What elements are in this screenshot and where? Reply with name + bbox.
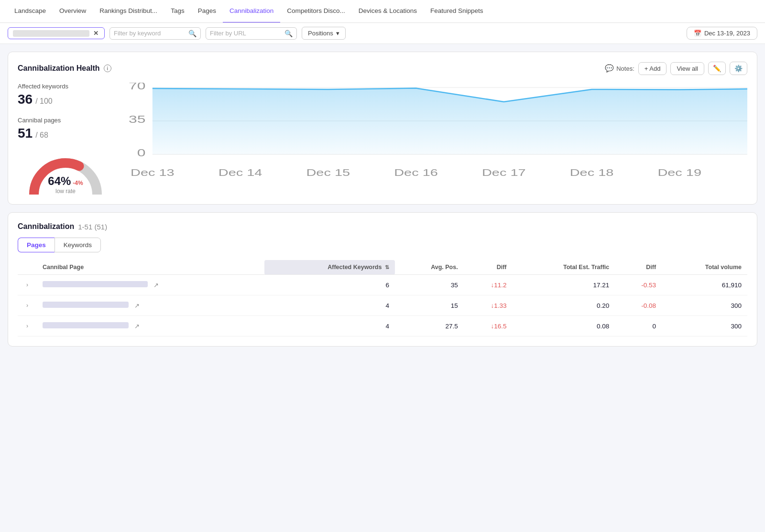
positions-label: Positions bbox=[308, 30, 333, 37]
col-cannibal-page: Cannibal Page bbox=[37, 260, 264, 275]
nav-item-rankings-distribut-[interactable]: Rankings Distribut... bbox=[93, 0, 164, 23]
url-filter-input[interactable] bbox=[210, 30, 282, 37]
external-link-icon[interactable]: ↗ bbox=[134, 302, 140, 309]
nav-item-featured-snippets[interactable]: Featured Snippets bbox=[424, 0, 490, 23]
calendar-icon: 📅 bbox=[694, 30, 701, 37]
gauge: 64% -4% low rate bbox=[27, 152, 104, 195]
top-nav: LandscapeOverviewRankings Distribut...Ta… bbox=[0, 0, 765, 23]
total-volume-cell: 300 bbox=[662, 295, 747, 316]
chart-wrap: 70 35 0 Dec 13 D bbox=[125, 83, 747, 195]
filter-tag-close-button[interactable]: ✕ bbox=[92, 30, 99, 37]
nav-item-competitors-disco-[interactable]: Competitors Disco... bbox=[280, 0, 352, 23]
expand-button[interactable]: › bbox=[23, 301, 31, 310]
health-card-title: Cannibalization Health i bbox=[18, 64, 111, 73]
health-card-header: Cannibalization Health i 💬 Notes: + Add … bbox=[18, 62, 747, 75]
total-volume-cell: 61,910 bbox=[662, 275, 747, 295]
area-chart: 70 35 0 Dec 13 D bbox=[125, 83, 747, 188]
keyword-filter-wrap: 🔍 bbox=[109, 27, 201, 40]
gauge-text: 64% -4% low rate bbox=[48, 174, 83, 195]
gauge-percentage: 64% -4% bbox=[48, 174, 83, 188]
page-url-blurred bbox=[43, 302, 129, 308]
date-label: Dec 13-19, 2023 bbox=[704, 30, 750, 37]
main-content: Cannibalization Health i 💬 Notes: + Add … bbox=[0, 44, 765, 354]
page-url-blurred bbox=[43, 281, 148, 287]
page-url-blurred bbox=[43, 322, 129, 328]
total-traffic-cell: 0.08 bbox=[512, 316, 615, 337]
col-total-traffic: Total Est. Traffic bbox=[512, 260, 615, 275]
diff1-cell: ↓1.33 bbox=[464, 295, 513, 316]
nav-item-landscape[interactable]: Landscape bbox=[8, 0, 53, 23]
active-filter-tag[interactable]: ✕ bbox=[8, 27, 105, 39]
chevron-down-icon: ▾ bbox=[336, 30, 339, 37]
cannibal-pages-label: Cannibal pages bbox=[18, 117, 113, 124]
date-picker[interactable]: 📅 Dec 13-19, 2023 bbox=[687, 27, 757, 40]
url-search-icon[interactable]: 🔍 bbox=[284, 30, 293, 37]
cannibalization-table: Cannibal Page Affected Keywords ⇅ Avg. P… bbox=[18, 260, 747, 337]
keyword-search-icon[interactable]: 🔍 bbox=[188, 30, 197, 37]
svg-marker-6 bbox=[153, 88, 747, 155]
tab-keywords[interactable]: Keywords bbox=[55, 238, 101, 252]
filter-tag-text bbox=[13, 30, 89, 37]
sort-icon: ⇅ bbox=[385, 264, 389, 270]
nav-item-pages[interactable]: Pages bbox=[191, 0, 223, 23]
expand-cell: › bbox=[18, 275, 37, 295]
avg-pos-cell: 15 bbox=[395, 295, 464, 316]
avg-pos-cell: 27.5 bbox=[395, 316, 464, 337]
section-title: Cannibalization bbox=[18, 222, 74, 231]
nav-item-overview[interactable]: Overview bbox=[53, 0, 93, 23]
svg-text:0: 0 bbox=[137, 147, 146, 159]
diff1-cell: ↓11.2 bbox=[464, 275, 513, 295]
affected-keywords-cell: 4 bbox=[264, 295, 395, 316]
cannibalization-card: Cannibalization 1-51 (51) PagesKeywords … bbox=[8, 212, 757, 347]
total-traffic-cell: 17.21 bbox=[512, 275, 615, 295]
diff1-cell: ↓16.5 bbox=[464, 316, 513, 337]
health-title-text: Cannibalization Health bbox=[18, 64, 100, 73]
external-link-icon[interactable]: ↗ bbox=[153, 282, 159, 289]
expand-button[interactable]: › bbox=[23, 322, 31, 330]
avg-pos-cell: 35 bbox=[395, 275, 464, 295]
svg-text:Dec 13: Dec 13 bbox=[131, 167, 175, 178]
affected-keywords-value: 36 / 100 bbox=[18, 92, 113, 107]
nav-item-cannibalization[interactable]: Cannibalization bbox=[223, 0, 280, 23]
keyword-filter-input[interactable] bbox=[114, 30, 186, 37]
svg-text:Dec 16: Dec 16 bbox=[394, 167, 438, 178]
svg-text:Dec 17: Dec 17 bbox=[482, 167, 526, 178]
affected-keywords-cell: 4 bbox=[264, 316, 395, 337]
col-diff1: Diff bbox=[464, 260, 513, 275]
table-body: › ↗ 6 35 ↓11.2 17.21 -0.53 61,910 › ↗ 4 … bbox=[18, 275, 747, 337]
expand-cell: › bbox=[18, 316, 37, 337]
add-note-button[interactable]: + Add bbox=[638, 62, 667, 75]
nav-item-devices-locations[interactable]: Devices & Locations bbox=[352, 0, 424, 23]
expand-button[interactable]: › bbox=[23, 281, 31, 289]
settings-button[interactable]: ⚙️ bbox=[730, 62, 747, 75]
health-info-icon[interactable]: i bbox=[104, 65, 111, 72]
table-header: Cannibal Page Affected Keywords ⇅ Avg. P… bbox=[18, 260, 747, 275]
view-all-button[interactable]: View all bbox=[670, 62, 704, 75]
cannibalization-header: Cannibalization 1-51 (51) bbox=[18, 222, 747, 231]
svg-text:Dec 14: Dec 14 bbox=[219, 167, 262, 178]
svg-text:Dec 19: Dec 19 bbox=[657, 167, 701, 178]
total-traffic-cell: 0.20 bbox=[512, 295, 615, 316]
page-cell: ↗ bbox=[37, 295, 264, 316]
col-expand bbox=[18, 260, 37, 275]
nav-item-tags[interactable]: Tags bbox=[164, 0, 191, 23]
svg-text:Dec 15: Dec 15 bbox=[306, 167, 350, 178]
toolbar: ✕ 🔍 🔍 Positions ▾ 📅 Dec 13-19, 2023 bbox=[0, 23, 765, 44]
cannibalization-tabs: PagesKeywords bbox=[18, 238, 747, 252]
col-diff2: Diff bbox=[615, 260, 662, 275]
section-range-count: 1-51 (51) bbox=[78, 223, 107, 231]
diff2-cell: 0 bbox=[615, 316, 662, 337]
positions-button[interactable]: Positions ▾ bbox=[302, 27, 346, 40]
external-link-icon[interactable]: ↗ bbox=[134, 323, 140, 330]
edit-notes-button[interactable]: ✏️ bbox=[708, 62, 726, 75]
notes-group: 💬 Notes: + Add View all ✏️ ⚙️ bbox=[605, 62, 747, 75]
tab-pages[interactable]: Pages bbox=[18, 238, 55, 252]
health-body: Affected keywords 36 / 100 Cannibal page… bbox=[18, 83, 747, 195]
svg-text:Dec 18: Dec 18 bbox=[570, 167, 614, 178]
cannibal-pages-value: 51 / 68 bbox=[18, 126, 113, 141]
col-total-volume: Total volume bbox=[662, 260, 747, 275]
affected-keywords-label: Affected keywords bbox=[18, 83, 113, 90]
expand-cell: › bbox=[18, 295, 37, 316]
col-affected-keywords[interactable]: Affected Keywords ⇅ bbox=[264, 260, 395, 275]
affected-keywords-cell: 6 bbox=[264, 275, 395, 295]
